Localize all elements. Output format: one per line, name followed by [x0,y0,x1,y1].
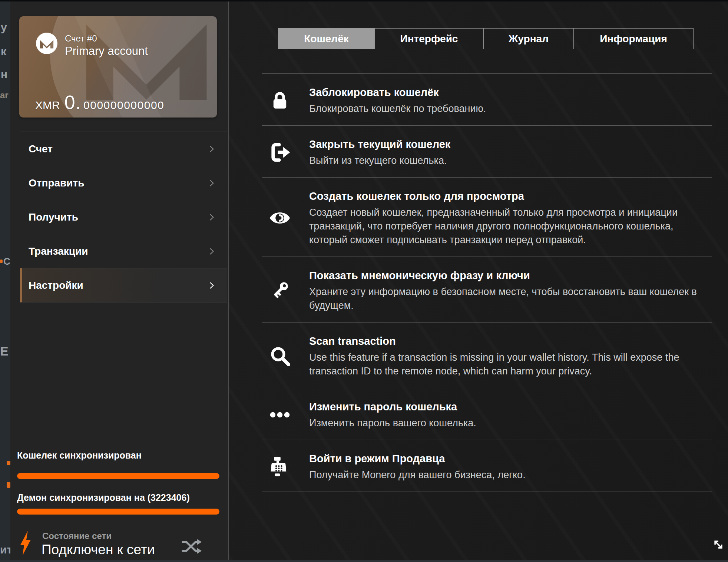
settings-list: Заблокировать кошелёкБлокировать кошелёк… [262,73,712,492]
network-status-title: Состояние сети [42,531,112,541]
settings-item-title: Закрыть текущий кошелек [309,137,709,152]
background-window-fragment: ит [0,543,10,556]
sidebar-item-label: Настройки [29,280,83,291]
tab-wallet[interactable]: Кошелёк [278,28,375,49]
sidebar-item-label: Транзакции [29,245,88,257]
background-window-orange-fragment [0,259,3,263]
settings-item-show-seed[interactable]: Показать мнемоническую фразу и ключиХран… [262,257,712,322]
account-number-label: Счет #0 [65,33,97,44]
settings-item-description: Выйти из текущего кошелька. [309,154,709,168]
shuffle-node-icon[interactable] [182,538,202,555]
tab-interface[interactable]: Интерфейс [374,28,484,49]
daemon-sync-progressbar [17,509,219,515]
search-icon [262,345,309,367]
settings-item-description: Создает новый кошелек, предназначенный т… [309,206,709,247]
daemon-sync-progress-fill [17,509,219,515]
balance: XMR 0. 000000000000 [35,91,164,113]
settings-item-text: Войти в режим ПродавцаПолучайте Monero д… [309,451,709,482]
wallet-sync-progressbar [17,473,219,479]
dots-icon [262,404,309,426]
settings-item-change-password[interactable]: Изменить пароль кошелькаИзменить пароль … [262,388,712,440]
eye-icon [262,207,309,229]
background-window-orange-fragment [7,461,10,465]
settings-item-text: Заблокировать кошелёкБлокировать кошелёк… [309,85,709,116]
monero-logo-icon [36,33,57,54]
wallet-sync-progress-fill [17,473,219,479]
sidebar-item-account[interactable]: Счет [20,132,227,166]
tab-log[interactable]: Журнал [483,28,574,49]
settings-item-view-only-wallet[interactable]: Создать кошелек только для просмотраСозд… [262,177,712,257]
background-window-fragment: Е [0,344,9,358]
settings-item-text: Scan transactionUse this feature if a tr… [309,334,709,378]
background-window-orange-fragment [7,482,10,488]
balance-fraction: 000000000000 [83,99,164,112]
settings-item-description: Изменить пароль вашего кошелька. [309,416,709,430]
balance-currency: XMR [35,99,60,112]
settings-item-title: Показать мнемоническую фразу и ключи [309,268,709,283]
settings-item-title: Изменить пароль кошелька [309,399,709,414]
background-window-strip: укнarСЕит [0,0,10,562]
tab-info[interactable]: Информация [573,28,694,49]
background-window-fragment: ar [0,90,9,100]
settings-panel: КошелёкИнтерфейсЖурналИнформация Заблоки… [228,1,728,560]
background-window-fragment: к [1,45,6,58]
settings-item-title: Создать кошелек только для просмотра [309,189,709,204]
settings-tab-bar: КошелёкИнтерфейсЖурналИнформация [278,28,694,49]
key-icon [262,280,309,301]
window-bottom-edge [0,560,728,562]
resize-handle-icon[interactable] [712,539,724,551]
settings-item-text: Закрыть текущий кошелекВыйти из текущего… [309,137,709,168]
sidebar: Счет #0 Primary account XMR 0. 000000000… [10,1,228,560]
settings-item-merchant-mode[interactable]: Войти в режим ПродавцаПолучайте Monero д… [262,440,712,492]
settings-item-text: Создать кошелек только для просмотраСозд… [309,189,709,247]
monero-wallet-window: Счет #0 Primary account XMR 0. 000000000… [10,1,728,560]
lightning-bolt-icon [20,531,32,555]
chevron-right-icon [207,281,216,290]
settings-item-close-wallet[interactable]: Закрыть текущий кошелекВыйти из текущего… [262,125,712,177]
sidebar-item-label: Счет [29,143,53,155]
background-window-fragment: С [3,256,10,267]
account-name: Primary account [65,44,148,58]
background-window-fragment: у [1,21,7,34]
background-window-fragment: н [1,68,7,81]
signout-icon [262,142,309,163]
window-top-edge [0,0,728,1]
settings-item-lock-wallet[interactable]: Заблокировать кошелёкБлокировать кошелёк… [262,73,712,125]
settings-item-description: Блокировать кошелёк по требованию. [309,102,709,116]
settings-item-title: Заблокировать кошелёк [309,85,709,100]
settings-item-scan-transaction[interactable]: Scan transactionUse this feature if a tr… [262,322,712,388]
balance-integer: 0. [64,91,81,113]
sidebar-item-label: Отправить [29,177,84,189]
network-status-value: Подключен к сети [42,542,155,558]
settings-item-description: Получайте Monero для вашего бизнеса, лег… [309,468,709,482]
chevron-right-icon [207,247,216,256]
settings-item-title: Войти в режим Продавца [309,451,709,466]
sidebar-item-receive[interactable]: Получить [20,200,227,234]
sidebar-item-label: Получить [29,211,78,223]
register-icon [262,456,309,477]
sidebar-item-send[interactable]: Отправить [20,166,227,200]
chevron-right-icon [207,213,216,222]
sidebar-item-settings[interactable]: Настройки [20,268,227,303]
lock-icon [262,90,309,111]
settings-item-description: Храните эту информацию в безопасном мест… [309,285,709,313]
settings-item-text: Изменить пароль кошелькаИзменить пароль … [309,399,709,430]
daemon-sync-label: Демон синхронизирован на (3223406) [17,492,190,503]
account-card[interactable]: Счет #0 Primary account XMR 0. 000000000… [19,16,217,118]
chevron-right-icon [207,145,216,153]
settings-item-title: Scan transaction [309,334,709,348]
sidebar-item-transactions[interactable]: Транзакции [20,234,227,268]
wallet-sync-label: Кошелек синхронизирован [17,450,142,461]
settings-item-text: Показать мнемоническую фразу и ключиХран… [309,268,709,313]
chevron-right-icon [207,179,216,188]
sidebar-nav: СчетОтправитьПолучитьТранзакцииНастройки [20,132,227,303]
settings-item-description: Use this feature if a transaction is mis… [309,351,709,378]
